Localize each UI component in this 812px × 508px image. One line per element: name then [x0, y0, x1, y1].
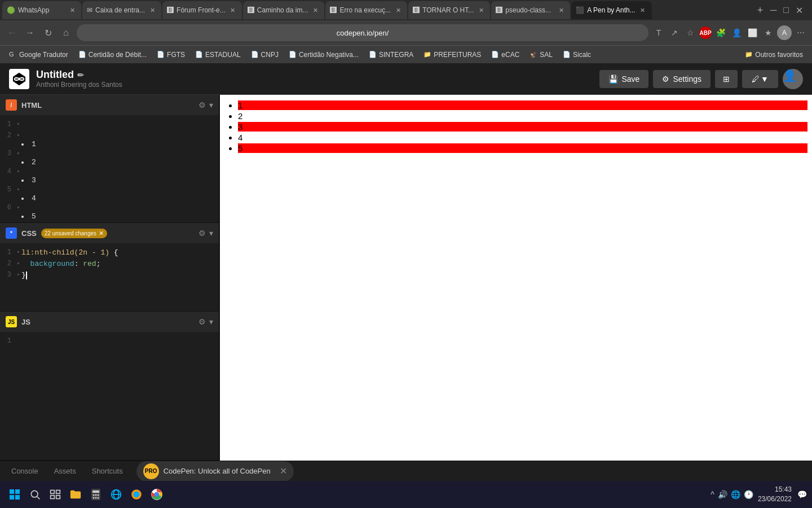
code-line: 6▸ 5	[0, 203, 219, 221]
home-button[interactable]: ⌂	[59, 25, 73, 40]
bookmark-item[interactable]: 📄CNPJ	[246, 49, 283, 60]
menu-icon[interactable]: ⋯	[794, 26, 807, 40]
layout-button[interactable]: ⊞	[715, 70, 738, 88]
tab-bar-close[interactable]: ✕	[793, 3, 805, 18]
bookmark-item[interactable]: 📄FGTS	[152, 49, 189, 60]
favorites-icon[interactable]: ★	[761, 26, 775, 40]
user-avatar[interactable]: 👤	[783, 69, 803, 89]
browser-tab-erro[interactable]: 🅱Erro na execuç...✕	[325, 1, 407, 19]
tab-close-icon[interactable]: ✕	[311, 6, 320, 15]
bookmark-item[interactable]: 📄eCAC	[487, 49, 524, 60]
line-code: 5	[21, 204, 219, 221]
assets-tab[interactable]: Assets	[47, 465, 83, 478]
tab-bar-minimize[interactable]: ─	[768, 3, 779, 17]
html-collapse-icon[interactable]: ▾	[209, 100, 213, 110]
svg-point-22	[95, 494, 97, 496]
adblock-badge[interactable]: ABP	[699, 27, 712, 39]
svg-point-21	[93, 494, 95, 496]
bookmark-item[interactable]: 📄SINTEGRA	[364, 49, 418, 60]
back-button[interactable]: ←	[5, 25, 19, 40]
line-dot: ▸	[17, 248, 21, 255]
browser-tab-forum[interactable]: 🅱Fórum Front-e...✕	[162, 1, 242, 19]
tab-close-icon[interactable]: ✕	[228, 6, 237, 15]
browser-avatar[interactable]: A	[777, 25, 792, 40]
address-input[interactable]	[77, 24, 648, 41]
edit-title-icon[interactable]: ✏	[77, 71, 84, 80]
bookmark-item-outros[interactable]: 📁Outros favoritos	[740, 49, 807, 60]
bookmark-label: eCAC	[501, 51, 519, 59]
bookmark-item[interactable]: 📄Certidão Negativa...	[284, 49, 363, 60]
unsaved-close-icon[interactable]: ✕	[99, 230, 104, 237]
taskbar-chrome-icon[interactable]	[148, 485, 166, 503]
pro-promo-close[interactable]: ✕	[280, 466, 287, 476]
svg-point-24	[93, 497, 95, 499]
taskbar-firefox-icon[interactable]	[127, 485, 145, 503]
tab-close-icon[interactable]: ✕	[394, 6, 403, 15]
html-editor[interactable]: 1▸2▸ 13▸ 24▸ 35▸ 46▸ 57▸	[0, 115, 219, 222]
svg-point-13	[31, 491, 38, 497]
browser-tab-caminho[interactable]: 🅱Caminho da im...✕	[243, 1, 325, 19]
codepen-logo	[9, 69, 29, 89]
taskbar-expand-icon[interactable]: ^	[710, 490, 714, 499]
js-collapse-icon[interactable]: ▾	[209, 317, 213, 326]
browser-tab-pseudo[interactable]: 🅱pseudo-class...✕	[491, 1, 570, 19]
taskbar-ie-icon[interactable]	[107, 485, 125, 503]
share-page-icon[interactable]: ↗	[668, 26, 681, 40]
svg-rect-17	[51, 496, 55, 499]
start-button[interactable]	[5, 484, 25, 505]
settings-button[interactable]: ⚙ Settings	[653, 70, 710, 88]
save-button[interactable]: 💾 Save	[599, 70, 648, 88]
css-editor[interactable]: 1▸li:nth-child(2n - 1) {2▸ background: r…	[0, 243, 219, 311]
taskbar-clock-icon[interactable]: 🕐	[744, 490, 753, 499]
bookmark-label: Certidão Negativa...	[299, 51, 359, 59]
js-settings-icon[interactable]: ⚙	[198, 317, 206, 326]
taskbar-network-icon[interactable]: 🌐	[731, 490, 740, 499]
bookmark-item[interactable]: 📄Certidão de Débit...	[74, 49, 151, 60]
code-line: 2▸ background: red;	[0, 259, 219, 270]
js-editor[interactable]: 1	[0, 332, 219, 460]
tab-close-icon[interactable]: ✕	[638, 6, 647, 15]
browser-tab-tornar[interactable]: 🅱TORNAR O HT...✕	[408, 1, 490, 19]
tab-favicon: 🅱	[248, 6, 254, 14]
forward-button[interactable]: →	[23, 25, 37, 40]
pro-promo-banner: PRO CodePen: Unlock all of CodePen ✕	[136, 461, 294, 481]
bookmark-favicon: 📄	[491, 51, 499, 59]
css-collapse-icon[interactable]: ▾	[209, 229, 213, 238]
share-button[interactable]: 🖊 ▼	[742, 70, 778, 88]
bookmark-item[interactable]: 🦅SAL	[525, 49, 557, 60]
sidebar-icon[interactable]: ⬜	[745, 26, 759, 40]
preview-list-item: 5	[238, 143, 807, 153]
taskbar-search-icon[interactable]	[26, 485, 44, 503]
taskbar-file-explorer-icon[interactable]	[67, 485, 85, 503]
bookmark-item[interactable]: 📄ESTADUAL	[191, 49, 245, 60]
svg-point-26	[98, 497, 99, 499]
shortcuts-tab[interactable]: Shortcuts	[85, 465, 130, 478]
bookmark-favicon: 📄	[195, 51, 203, 59]
tab-close-icon[interactable]: ✕	[68, 6, 77, 15]
tab-close-icon[interactable]: ✕	[476, 6, 486, 15]
browser-tab-caixa[interactable]: ✉Caixa de entra...✕	[82, 1, 161, 19]
reload-button[interactable]: ↻	[41, 25, 55, 40]
taskbar-notification-button[interactable]: 💬	[796, 489, 807, 500]
tab-bar-restore[interactable]: □	[781, 3, 791, 17]
taskbar-volume-icon[interactable]: 🔊	[718, 490, 727, 499]
profile-icon[interactable]: 👤	[730, 26, 743, 40]
browser-tab-whatsapp[interactable]: 🟢WhatsApp✕	[2, 1, 81, 19]
css-panel-actions: ⚙ ▾	[198, 229, 213, 238]
bookmark-item[interactable]: 📄Sicalc	[558, 49, 595, 60]
tab-close-icon[interactable]: ✕	[148, 6, 157, 15]
tab-close-icon[interactable]: ✕	[557, 6, 566, 15]
bookmark-item[interactable]: GGoogle Tradutor	[5, 49, 73, 60]
html-settings-icon[interactable]: ⚙	[198, 100, 206, 110]
bookmark-item[interactable]: 📁PREFEITURAS	[419, 49, 486, 60]
taskbar-task-view-icon[interactable]	[46, 485, 64, 503]
translate-icon[interactable]: T	[652, 26, 665, 40]
console-tab[interactable]: Console	[5, 465, 45, 478]
taskbar-calculator-icon[interactable]	[87, 485, 105, 503]
browser-tab-codepen[interactable]: ⬛A Pen by Anth...✕	[571, 1, 651, 19]
css-settings-icon[interactable]: ⚙	[198, 229, 206, 238]
author-name: Anthoni Broering dos Santos	[36, 81, 122, 89]
bookmark-icon[interactable]: ☆	[683, 26, 697, 40]
new-tab-button[interactable]: +	[752, 2, 768, 18]
extensions-icon[interactable]: 🧩	[714, 26, 727, 40]
